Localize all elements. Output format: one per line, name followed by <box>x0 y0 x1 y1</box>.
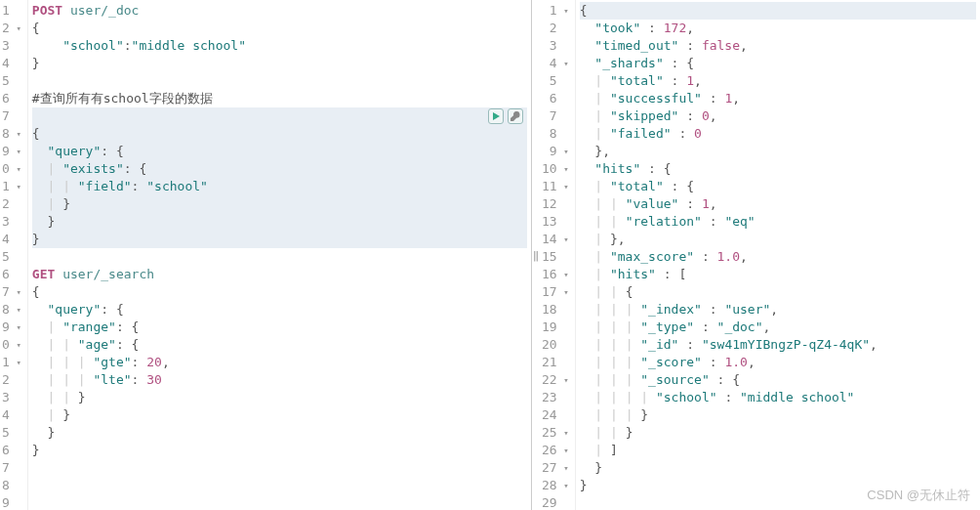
line-number: 0▾ <box>2 336 21 354</box>
line-number: 7 <box>2 459 21 477</box>
line-number: 16▾ <box>542 266 569 283</box>
run-button[interactable] <box>488 108 504 124</box>
http-path: user/_doc <box>70 3 139 18</box>
line-number: 19 <box>542 319 569 336</box>
http-method: POST <box>32 3 62 18</box>
line-number: 21 <box>542 354 569 371</box>
wrench-icon[interactable] <box>508 108 523 124</box>
fold-toggle-icon[interactable]: ▾ <box>559 55 569 72</box>
fold-toggle-icon[interactable]: ▾ <box>559 371 569 389</box>
fold-toggle-icon[interactable]: ▾ <box>12 160 21 178</box>
right-gutter: 1▾234▾56789▾10▾11▾121314▾1516▾17▾1819202… <box>540 0 576 510</box>
fold-toggle-icon[interactable]: ▾ <box>559 160 569 178</box>
left-gutter: 12▾345678▾9▾0▾1▾234567▾8▾9▾0▾1▾234567890 <box>0 0 28 510</box>
line-number: 1▾ <box>542 2 569 20</box>
line-number: 9▾ <box>2 319 21 336</box>
fold-toggle-icon[interactable]: ▾ <box>559 143 569 160</box>
line-number: 6 <box>2 266 21 283</box>
line-number: 26▾ <box>542 442 569 459</box>
splitter-handle-icon: ‖ <box>533 250 539 261</box>
line-number: 10▾ <box>542 160 569 178</box>
line-number: 23 <box>542 389 569 406</box>
line-number: 8 <box>542 125 569 143</box>
fold-toggle-icon[interactable]: ▾ <box>559 424 569 442</box>
http-method: GET <box>32 267 55 281</box>
line-number: 0▾ <box>2 160 21 178</box>
line-number: 4 <box>2 231 21 248</box>
line-number: 1 <box>2 2 21 20</box>
fold-toggle-icon[interactable]: ▾ <box>12 125 21 143</box>
line-number: 7 <box>542 107 569 125</box>
right-code: { "took" : 172, "timed_out" : false, "_s… <box>576 0 980 510</box>
line-number: 5 <box>2 424 21 442</box>
fold-toggle-icon[interactable]: ▾ <box>12 354 21 371</box>
response-pane: 1▾234▾56789▾10▾11▾121314▾1516▾17▾1819202… <box>540 0 980 510</box>
line-number: 3 <box>2 389 21 406</box>
line-number: 5 <box>542 72 569 90</box>
line-number: 2 <box>2 195 21 213</box>
fold-toggle-icon[interactable]: ▾ <box>559 2 569 20</box>
line-number: 5 <box>2 248 21 266</box>
line-number: 2 <box>542 20 569 37</box>
line-number: 8▾ <box>2 125 21 143</box>
fold-toggle-icon[interactable]: ▾ <box>559 459 569 477</box>
fold-toggle-icon[interactable]: ▾ <box>12 283 21 301</box>
left-code[interactable]: POST user/_doc { "school":"middle school… <box>28 0 531 510</box>
line-number: 12 <box>542 195 569 213</box>
fold-toggle-icon[interactable]: ▾ <box>12 143 21 160</box>
fold-toggle-icon[interactable]: ▾ <box>12 178 21 195</box>
line-number: 9 <box>2 494 21 510</box>
line-number: 1▾ <box>2 354 21 371</box>
fold-toggle-icon[interactable]: ▾ <box>559 442 569 459</box>
line-number: 29 <box>542 494 569 510</box>
response-viewer[interactable]: 1▾234▾56789▾10▾11▾121314▾1516▾17▾1819202… <box>540 0 980 510</box>
fold-toggle-icon[interactable]: ▾ <box>12 20 21 37</box>
line-number: 7▾ <box>2 283 21 301</box>
fold-toggle-icon[interactable]: ▾ <box>12 301 21 319</box>
fold-toggle-icon[interactable]: ▾ <box>559 178 569 195</box>
line-number: 3 <box>2 213 21 231</box>
fold-toggle-icon[interactable]: ▾ <box>559 283 569 301</box>
line-number: 3 <box>2 37 21 55</box>
line-number: 28▾ <box>542 477 569 494</box>
fold-toggle-icon[interactable]: ▾ <box>12 319 21 336</box>
line-number: 6 <box>542 90 569 107</box>
fold-toggle-icon[interactable]: ▾ <box>559 266 569 283</box>
line-number: 3 <box>542 37 569 55</box>
fold-toggle-icon[interactable]: ▾ <box>559 231 569 248</box>
line-number: 17▾ <box>542 283 569 301</box>
line-number: 7 <box>2 107 21 125</box>
line-number: 1▾ <box>2 178 21 195</box>
line-number: 8 <box>2 477 21 494</box>
line-number: 2 <box>2 371 21 389</box>
line-number: 14▾ <box>542 231 569 248</box>
fold-toggle-icon[interactable]: ▾ <box>559 477 569 494</box>
request-editor-pane: 12▾345678▾9▾0▾1▾234567▾8▾9▾0▾1▾234567890… <box>0 0 532 510</box>
line-number: 20 <box>542 336 569 354</box>
pane-splitter[interactable]: ‖ <box>532 0 540 510</box>
line-number: 4▾ <box>542 55 569 72</box>
line-number: 24 <box>542 406 569 424</box>
request-editor[interactable]: 12▾345678▾9▾0▾1▾234567▾8▾9▾0▾1▾234567890… <box>0 0 531 510</box>
active-request-line[interactable]: GET user/_search <box>32 107 527 125</box>
comment-text: #查询所有有school字段的数据 <box>32 91 213 106</box>
line-number: 13 <box>542 213 569 231</box>
line-number: 6 <box>2 442 21 459</box>
line-number: 5 <box>2 72 21 90</box>
line-number: 25▾ <box>542 424 569 442</box>
line-number: 9▾ <box>542 143 569 160</box>
line-number: 9▾ <box>2 143 21 160</box>
fold-toggle-icon[interactable]: ▾ <box>12 336 21 354</box>
line-number: 27▾ <box>542 459 569 477</box>
line-number: 22▾ <box>542 371 569 389</box>
line-number: 8▾ <box>2 301 21 319</box>
line-number: 18 <box>542 301 569 319</box>
line-number: 4 <box>2 55 21 72</box>
http-path: user/_search <box>62 267 154 281</box>
line-number: 6 <box>2 90 21 107</box>
line-number: 2▾ <box>2 20 21 37</box>
line-number: 4 <box>2 406 21 424</box>
line-number: 11▾ <box>542 178 569 195</box>
line-number: 15 <box>542 248 569 266</box>
